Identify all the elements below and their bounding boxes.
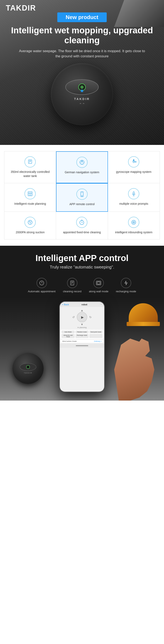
- hand-shape: [114, 338, 160, 400]
- phone-down-arrow[interactable]: ▼: [80, 323, 84, 326]
- water-tank-icon: [25, 156, 36, 168]
- svg-rect-23: [133, 192, 134, 194]
- robot-top-panel: [65, 79, 99, 95]
- feature-label-inbound: intelligent inbounding system: [115, 230, 152, 234]
- recharging-icon: [121, 278, 131, 288]
- feature-cell-voice: multiple voice prompts: [108, 183, 160, 212]
- gyroscope-icon: [128, 156, 139, 168]
- mode-label-cleaning-record: cleaning record: [63, 290, 81, 293]
- phone-in-planning: In planning: [60, 326, 104, 329]
- phone-turbine-row: Wind turbine Grade Ordinary >: [61, 340, 103, 343]
- mode-item-recharging: recharging mode: [116, 278, 136, 293]
- phone-home-bar: [60, 344, 104, 348]
- features-grid: 350ml electronically controlled water ta…: [4, 151, 160, 240]
- hero-section: TAKDIR New product Intelligent wet moppi…: [0, 0, 164, 145]
- small-robot: TAKDIR: [13, 353, 44, 384]
- robot-image: TAKDIR ⌃⌃: [51, 63, 113, 125]
- phone-mode-wall[interactable]: Along the wall mode: [61, 334, 75, 338]
- mode-item-cleaning-record: cleaning record: [63, 278, 81, 293]
- appointment-icon: [37, 278, 47, 288]
- mode-item-along-wall: along wall mode: [89, 278, 108, 293]
- robot-brand-label: TAKDIR: [74, 97, 90, 100]
- feature-label-gyroscope: gyroscope mapping system: [116, 170, 151, 174]
- feature-label-water-tank: 350ml electronically controlled water ta…: [8, 170, 52, 178]
- mode-label-recharging: recharging mode: [116, 290, 136, 293]
- feature-cell-navigation: German navigation system: [56, 151, 108, 183]
- phone-topbar: < Back robot ⋯: [60, 302, 104, 307]
- robot-indicator: [81, 90, 83, 92]
- app-modes-row: Automatic appointment cleaning record: [0, 274, 164, 297]
- phone-mode-auto[interactable]: Auto Mode: [61, 330, 75, 333]
- svg-rect-38: [70, 281, 74, 285]
- svg-point-11: [133, 160, 134, 160]
- phone-play-button[interactable]: ▶: [77, 312, 87, 322]
- phone-mode-grid: Auto Mode Random mode fixed point mode A…: [61, 330, 103, 339]
- phone-nav-area: ▲ ↺ ▶ ↻ ▼: [60, 307, 104, 326]
- small-robot-button: [26, 365, 30, 369]
- mode-label-along-wall: along wall mode: [89, 290, 108, 293]
- phone-title: robot: [81, 303, 87, 306]
- phone-nav-row: ↺ ▶ ↻: [72, 312, 92, 322]
- feature-cell-timer: appointed fixed-time cleaning: [56, 212, 108, 240]
- phone-back-button[interactable]: < Back: [62, 303, 69, 306]
- inbound-icon: [128, 217, 139, 228]
- phone-home-indicator: [76, 345, 88, 346]
- suction-icon: [25, 217, 36, 228]
- hero-subtitle: Average water seepage. The floor will be…: [0, 48, 164, 59]
- features-section: 350ml electronically controlled water ta…: [0, 145, 164, 246]
- helmet-shape: [129, 303, 158, 324]
- feature-label-voice: multiple voice prompts: [119, 202, 148, 206]
- app-section-header: Intelligent APP control Truly realize "a…: [0, 246, 164, 274]
- feature-cell-inbound: intelligent inbounding system: [108, 212, 160, 240]
- app-control-icon: [76, 188, 88, 200]
- hand-holding-phone: [110, 328, 162, 400]
- phone-mode-recharge[interactable]: Recharge mode: [75, 334, 89, 338]
- robot-body: TAKDIR ⌃⌃: [51, 63, 113, 125]
- app-section-title: Intelligent APP control: [4, 253, 160, 263]
- phone-play-icon: ▶: [81, 315, 84, 319]
- phone-right-arrow-btn[interactable]: ↻: [89, 316, 92, 319]
- new-product-badge: New product: [57, 12, 107, 22]
- brand-name: TAKDIR: [6, 4, 36, 12]
- feature-cell-route: Intelligent route planning: [4, 183, 56, 212]
- feature-label-navigation: German navigation system: [65, 170, 100, 174]
- feature-label-app: APP remote control: [69, 202, 95, 206]
- phone-mode-empty: [89, 334, 103, 338]
- hero-title: Intelligent wet mopping, upgraded cleani…: [0, 26, 164, 46]
- helmet-brim: [127, 322, 160, 326]
- app-section-subtitle: Truly realize "automatic sweeping".: [4, 265, 160, 270]
- feature-label-suction: 2000PA strong suction: [16, 230, 45, 234]
- feature-cell-suction: 2000PA strong suction: [4, 212, 56, 240]
- route-icon: [25, 188, 36, 199]
- cleaning-record-icon: [67, 278, 77, 288]
- along-wall-icon: [94, 278, 104, 288]
- navigation-icon: [76, 157, 88, 168]
- phone-turbine-value[interactable]: Ordinary >: [94, 340, 102, 342]
- small-robot-panel: [20, 363, 36, 371]
- phone-mode-fixed[interactable]: fixed point mode: [89, 330, 103, 333]
- phone-mockup: < Back robot ⋯ ▲ ↺ ▶ ↻ ▼ In: [59, 301, 105, 392]
- mode-item-appointment: Automatic appointment: [28, 278, 55, 293]
- mode-label-appointment: Automatic appointment: [28, 290, 55, 293]
- svg-point-22: [81, 196, 82, 196]
- app-section: Intelligent APP control Truly realize "a…: [0, 246, 164, 400]
- phone-left-arrow-btn[interactable]: ↺: [72, 316, 75, 319]
- timer-icon: [76, 217, 88, 228]
- feature-cell-water-tank: 350ml electronically controlled water ta…: [4, 151, 56, 183]
- small-robot-brand: TAKDIR: [24, 372, 32, 374]
- phone-settings[interactable]: ⋯: [100, 303, 102, 306]
- phone-screen: < Back robot ⋯ ▲ ↺ ▶ ↻ ▼ In: [60, 302, 104, 392]
- phone-demo-area: TAKDIR < Back robot ⋯ ▲ ↺ ▶: [0, 297, 164, 400]
- feature-label-route: Intelligent route planning: [14, 202, 46, 206]
- feature-cell-app: APP remote control: [56, 183, 108, 212]
- phone-turbine-label: Wind turbine Grade: [62, 340, 76, 342]
- svg-point-34: [133, 222, 134, 222]
- robot-arrows: ⌃⌃: [79, 102, 85, 107]
- phone-mode-random[interactable]: Random mode: [75, 330, 89, 333]
- voice-icon: [128, 188, 139, 199]
- svg-rect-43: [97, 282, 100, 284]
- svg-point-13: [135, 162, 136, 162]
- phone-up-arrow[interactable]: ▲: [80, 309, 84, 312]
- feature-label-timer: appointed fixed-time cleaning: [63, 230, 101, 234]
- feature-cell-gyroscope: gyroscope mapping system: [108, 151, 160, 183]
